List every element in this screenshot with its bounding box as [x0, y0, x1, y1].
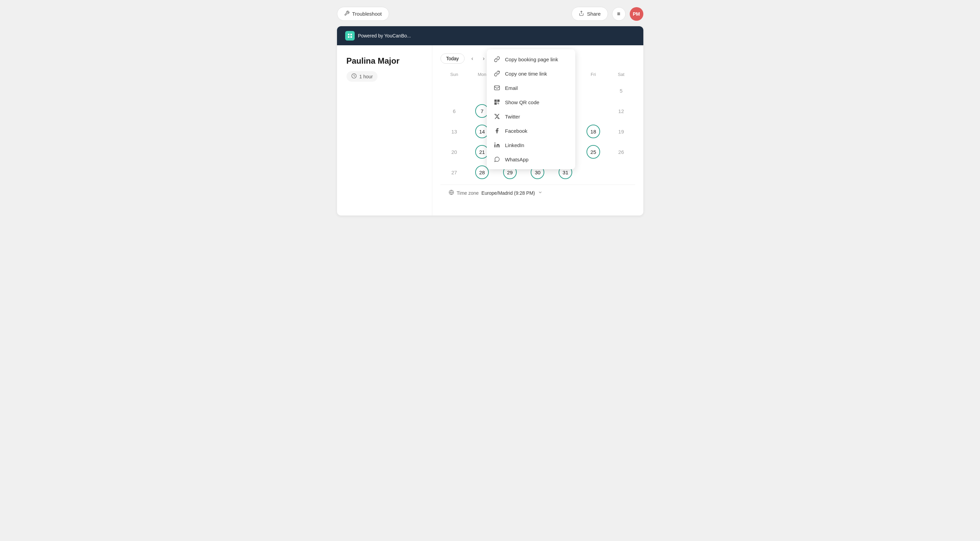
- profile-name: Paulina Major: [347, 56, 422, 66]
- svg-rect-2: [350, 34, 352, 35]
- dropdown-item-twitter[interactable]: Twitter: [487, 109, 575, 124]
- day-27: 27: [447, 165, 461, 179]
- globe-icon: [449, 189, 454, 196]
- troubleshoot-button[interactable]: Troubleshoot: [337, 7, 389, 21]
- powered-by-text: Powered by YouCanBo...: [358, 33, 411, 38]
- calendar-cell-5: 5: [607, 83, 635, 99]
- dropdown-item-copy-one-time[interactable]: Copy one time link: [487, 67, 575, 81]
- twitter-icon: [493, 113, 500, 120]
- day-empty: [447, 84, 461, 97]
- calendar-cell-26: 26: [607, 144, 635, 160]
- app-logo: [345, 31, 355, 40]
- dropdown-item-facebook[interactable]: Facebook: [487, 124, 575, 138]
- menu-button[interactable]: ≡: [612, 7, 626, 21]
- calendar-cell-19: 19: [607, 123, 635, 140]
- troubleshoot-label: Troubleshoot: [352, 11, 382, 17]
- share-dropdown-menu: Copy booking page link Copy one time lin…: [487, 49, 575, 169]
- show-qr-label: Show QR code: [505, 99, 539, 105]
- day-28[interactable]: 28: [475, 165, 489, 179]
- calendar-cell-27: 27: [441, 164, 468, 180]
- dropdown-item-email[interactable]: Email: [487, 81, 575, 95]
- svg-point-16: [494, 143, 495, 144]
- day-header-fri: Fri: [579, 70, 607, 78]
- today-button[interactable]: Today: [441, 53, 465, 64]
- twitter-label: Twitter: [505, 114, 520, 119]
- share-label: Share: [587, 11, 600, 17]
- card-header: Powered by YouCanBo...: [337, 26, 643, 45]
- timezone-bar: Time zone Europe/Madrid (9:28 PM): [441, 185, 635, 201]
- facebook-icon: [493, 127, 500, 134]
- facebook-label: Facebook: [505, 128, 528, 134]
- calendar-cell-12: 12: [607, 103, 635, 119]
- copy-booking-label: Copy booking page link: [505, 57, 558, 62]
- calendar-cell-13: 13: [441, 123, 468, 140]
- top-bar: Troubleshoot Share ≡ PM: [337, 7, 643, 21]
- top-right-controls: Share ≡ PM: [571, 7, 643, 21]
- link-alt-icon: [493, 70, 500, 77]
- day-empty: [614, 165, 628, 179]
- calendar-cell: [607, 164, 635, 180]
- clock-icon: [351, 73, 357, 80]
- duration-badge: 1 hour: [347, 71, 378, 82]
- calendar-cell-18[interactable]: 18: [579, 123, 607, 140]
- dropdown-item-whatsapp[interactable]: WhatsApp: [487, 152, 575, 167]
- day-25[interactable]: 25: [587, 145, 600, 159]
- calendar-cell: [579, 164, 607, 180]
- link-icon: [493, 56, 500, 63]
- svg-rect-3: [348, 36, 350, 38]
- day-header-sat: Sat: [607, 70, 635, 78]
- day-empty: [587, 84, 600, 97]
- day-20: 20: [447, 145, 461, 159]
- wrench-icon: [344, 11, 350, 17]
- timezone-value: Europe/Madrid (9:28 PM): [481, 190, 535, 196]
- email-label: Email: [505, 85, 518, 91]
- dropdown-item-copy-booking[interactable]: Copy booking page link: [487, 52, 575, 67]
- svg-rect-13: [495, 100, 496, 101]
- svg-rect-14: [498, 100, 499, 101]
- linkedin-label: LinkedIn: [505, 142, 525, 148]
- share-button[interactable]: Share: [571, 7, 608, 21]
- email-icon: [493, 84, 500, 91]
- day-empty: [587, 104, 600, 118]
- whatsapp-label: WhatsApp: [505, 157, 529, 162]
- calendar-cell: [579, 83, 607, 99]
- calendar-cell-6: 6: [441, 103, 468, 119]
- day-5: 5: [614, 84, 628, 97]
- dropdown-item-linkedin[interactable]: LinkedIn: [487, 138, 575, 152]
- linkedin-icon: [493, 142, 500, 148]
- day-header-sun: Sun: [441, 70, 468, 78]
- dropdown-item-show-qr[interactable]: Show QR code: [487, 95, 575, 109]
- copy-one-time-label: Copy one time link: [505, 71, 547, 76]
- chevron-down-icon[interactable]: [538, 190, 542, 196]
- calendar-cell-25[interactable]: 25: [579, 144, 607, 160]
- day-12: 12: [614, 104, 628, 118]
- timezone-label: Time zone: [457, 190, 479, 196]
- svg-rect-1: [348, 34, 350, 35]
- prev-arrow-button[interactable]: ‹: [469, 54, 476, 63]
- next-arrow-button[interactable]: ›: [480, 54, 487, 63]
- hamburger-icon: ≡: [617, 11, 620, 17]
- qr-icon: [493, 99, 500, 105]
- calendar-cell-20: 20: [441, 144, 468, 160]
- page-wrapper: Powered by YouCanBo... Paulina Major 1 h…: [337, 26, 643, 215]
- duration-label: 1 hour: [360, 74, 373, 80]
- svg-rect-15: [495, 103, 496, 104]
- avatar: PM: [630, 7, 643, 21]
- day-empty: [587, 165, 600, 179]
- share-icon: [579, 11, 584, 17]
- day-13: 13: [447, 125, 461, 138]
- calendar-cell: [579, 103, 607, 119]
- left-panel: Paulina Major 1 hour: [337, 45, 432, 215]
- day-18[interactable]: 18: [587, 125, 600, 138]
- svg-rect-9: [494, 86, 500, 90]
- whatsapp-icon: [493, 156, 500, 163]
- day-26: 26: [614, 145, 628, 159]
- day-19: 19: [614, 125, 628, 138]
- calendar-cell: [441, 83, 468, 99]
- day-6: 6: [447, 104, 461, 118]
- svg-rect-4: [350, 36, 352, 38]
